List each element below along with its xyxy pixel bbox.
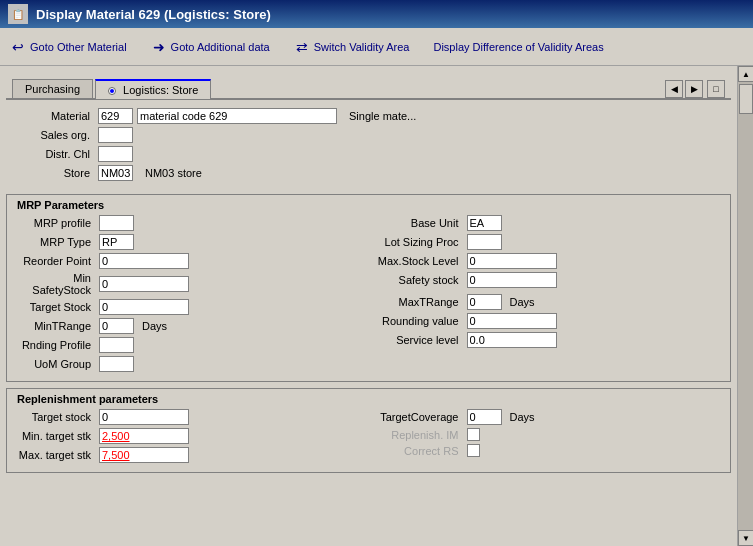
- min-trange-input[interactable]: [99, 318, 134, 334]
- store-label: Store: [14, 167, 94, 179]
- target-coverage-label: TargetCoverage: [373, 411, 463, 423]
- max-trange-input[interactable]: [467, 294, 502, 310]
- correct-rs-checkbox[interactable]: [467, 444, 480, 457]
- mrp-type-row: MRP Type: [15, 234, 365, 250]
- inner-content: Purchasing Logistics: Store ◀ ▶ □ Materi…: [0, 66, 737, 546]
- scroll-handle[interactable]: [739, 84, 753, 114]
- store-description: NM03 store: [145, 167, 202, 179]
- mrp-type-input[interactable]: [99, 234, 134, 250]
- target-coverage-input[interactable]: [467, 409, 502, 425]
- lot-sizing-input[interactable]: [467, 234, 502, 250]
- min-trange-row: MinTRange Days: [15, 318, 365, 334]
- replenishment-columns: Target stock Min. target stk Max. target…: [15, 409, 722, 466]
- replenishment-left-col: Target stock Min. target stk Max. target…: [15, 409, 365, 466]
- mrp-parameters-title: MRP Parameters: [15, 199, 722, 211]
- min-safety-stock-label: Min SafetyStock: [15, 272, 95, 296]
- mrp-profile-label: MRP profile: [15, 217, 95, 229]
- rounding-value-row: Rounding value: [373, 313, 723, 329]
- scroll-down-button[interactable]: ▼: [738, 530, 753, 546]
- target-stock-mrp-row: Target Stock: [15, 299, 365, 315]
- switch-validity-area-button[interactable]: ⇄ Switch Validity Area: [290, 37, 414, 57]
- uom-group-input[interactable]: [99, 356, 134, 372]
- sales-org-input[interactable]: [98, 127, 133, 143]
- tab-logistics-store-label: Logistics: Store: [123, 84, 198, 96]
- distr-chl-input[interactable]: [98, 146, 133, 162]
- display-difference-button[interactable]: Display Difference of Validity Areas: [429, 39, 607, 55]
- window-title: Display Material 629 (Logistics: Store): [36, 7, 271, 22]
- replenishment-title: Replenishment parameters: [15, 393, 722, 405]
- reorder-point-label: Reorder Point: [15, 255, 95, 267]
- max-target-stk-row: Max. target stk: [15, 447, 365, 463]
- lot-sizing-label: Lot Sizing Proc: [373, 236, 463, 248]
- target-stock-mrp-input[interactable]: [99, 299, 189, 315]
- rounding-value-label: Rounding value: [373, 315, 463, 327]
- tab-nav-arrows: ◀ ▶ □: [665, 80, 725, 98]
- scroll-up-button[interactable]: ▲: [738, 66, 753, 82]
- reorder-point-row: Reorder Point: [15, 253, 365, 269]
- tab-radio-icon: [108, 87, 116, 95]
- max-trange-days: Days: [510, 296, 535, 308]
- mrp-parameters-group: MRP Parameters MRP profile MRP Type Reor…: [6, 194, 731, 382]
- goto-other-material-button[interactable]: ↩ Goto Other Material: [6, 37, 131, 57]
- max-trange-label: MaxTRange: [373, 296, 463, 308]
- rnding-profile-input[interactable]: [99, 337, 134, 353]
- mrp-columns: MRP profile MRP Type Reorder Point Min S…: [15, 215, 722, 375]
- goto-additional-data-button[interactable]: ➜ Goto Additional data: [147, 37, 274, 57]
- max-target-stk-input[interactable]: [99, 447, 189, 463]
- lot-sizing-row: Lot Sizing Proc: [373, 234, 723, 250]
- goto-other-material-icon: ↩: [10, 39, 26, 55]
- store-input[interactable]: [98, 165, 133, 181]
- tab-logistics-store[interactable]: Logistics: Store: [95, 79, 211, 99]
- safety-stock-input[interactable]: [467, 272, 557, 288]
- max-stock-level-label: Max.Stock Level: [373, 255, 463, 267]
- uom-group-row: UoM Group: [15, 356, 365, 372]
- target-coverage-days: Days: [510, 411, 535, 423]
- safety-stock-row: Safety stock: [373, 272, 723, 288]
- replenishment-group: Replenishment parameters Target stock Mi…: [6, 388, 731, 473]
- base-unit-label: Base Unit: [373, 217, 463, 229]
- min-trange-label: MinTRange: [15, 320, 95, 332]
- mrp-profile-row: MRP profile: [15, 215, 365, 231]
- service-level-input[interactable]: [467, 332, 557, 348]
- reorder-point-input[interactable]: [99, 253, 189, 269]
- mrp-profile-input[interactable]: [99, 215, 134, 231]
- base-unit-row: Base Unit: [373, 215, 723, 231]
- tab-purchasing[interactable]: Purchasing: [12, 79, 93, 98]
- tab-purchasing-label: Purchasing: [25, 83, 80, 95]
- switch-validity-area-label: Switch Validity Area: [314, 41, 410, 53]
- app-icon: 📋: [8, 4, 28, 24]
- correct-rs-row: Correct RS: [373, 444, 723, 457]
- mrp-right-col: Base Unit Lot Sizing Proc Max.Stock Leve…: [373, 215, 723, 375]
- min-trange-days: Days: [142, 320, 167, 332]
- main-wrapper: Purchasing Logistics: Store ◀ ▶ □ Materi…: [0, 66, 753, 546]
- min-safety-stock-input[interactable]: [99, 276, 189, 292]
- correct-rs-label: Correct RS: [373, 445, 463, 457]
- min-target-stk-input[interactable]: [99, 428, 189, 444]
- replenish-im-checkbox[interactable]: [467, 428, 480, 441]
- material-description-input[interactable]: [137, 108, 337, 124]
- max-trange-row: MaxTRange Days: [373, 294, 723, 310]
- max-stock-level-row: Max.Stock Level: [373, 253, 723, 269]
- material-input[interactable]: [98, 108, 133, 124]
- vertical-scrollbar: ▲ ▼: [737, 66, 753, 546]
- max-stock-level-input[interactable]: [467, 253, 557, 269]
- scroll-track[interactable]: [738, 82, 753, 530]
- single-mate-label: Single mate...: [349, 110, 416, 122]
- target-stock-rep-input[interactable]: [99, 409, 189, 425]
- store-row: Store NM03 store: [14, 165, 723, 181]
- replenishment-right-col: TargetCoverage Days Replenish. IM Correc…: [373, 409, 723, 466]
- tab-next-arrow[interactable]: ▶: [685, 80, 703, 98]
- min-target-stk-row: Min. target stk: [15, 428, 365, 444]
- rounding-value-input[interactable]: [467, 313, 557, 329]
- target-coverage-row: TargetCoverage Days: [373, 409, 723, 425]
- min-safety-stock-row: Min SafetyStock: [15, 272, 365, 296]
- distr-chl-row: Distr. Chl: [14, 146, 723, 162]
- tab-prev-arrow[interactable]: ◀: [665, 80, 683, 98]
- switch-validity-area-icon: ⇄: [294, 39, 310, 55]
- goto-other-material-label: Goto Other Material: [30, 41, 127, 53]
- target-stock-mrp-label: Target Stock: [15, 301, 95, 313]
- tab-maximize-button[interactable]: □: [707, 80, 725, 98]
- base-unit-input[interactable]: [467, 215, 502, 231]
- target-stock-rep-row: Target stock: [15, 409, 365, 425]
- title-bar: 📋 Display Material 629 (Logistics: Store…: [0, 0, 753, 28]
